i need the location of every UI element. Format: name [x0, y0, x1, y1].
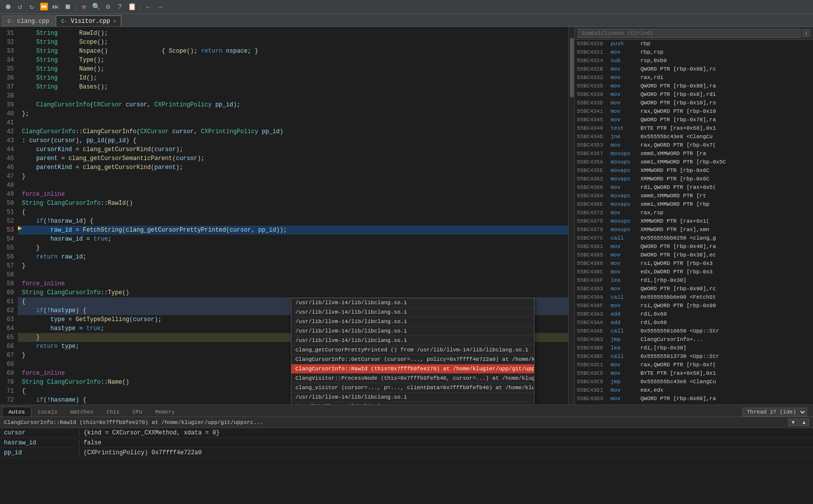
tab-visitor-cpp-icon: C· [61, 18, 68, 24]
callstack-item-4[interactable]: /usr/lib/llvm-14/lib/libclang.so.1 [291, 336, 534, 345]
toolbar-forward-icon[interactable]: → [155, 2, 165, 12]
disasm-row-35[interactable]: 55BC43B3 jmp ClangCursorInfo+... [575, 336, 813, 344]
disasm-row-34[interactable]: 55BC43AE call 0x555555816650 <Upp::Str [575, 327, 813, 336]
disasm-row-5[interactable]: 55BC4335 mov QWORD PTR [rbp-0x80],ra [575, 82, 813, 90]
disasm-mnem-11: jne [611, 133, 640, 141]
toolbar-step-in-icon[interactable]: ⏭ [51, 2, 61, 12]
disasm-row-24[interactable]: 55BC4381 mov QWORD PTR [rbp-0x40],ra [575, 243, 813, 251]
watch-row-2[interactable]: pp_id (CXPrintingPolicy) 0x7ffff4e722a0 [0, 448, 813, 458]
bottom-panel: Autos Locals Watches this CPU Memory Thr… [0, 405, 813, 504]
disasm-row-32[interactable]: 55BC43A3 add rdi,0x60 [575, 310, 813, 319]
disasm-sort-button[interactable]: ↕ [803, 29, 810, 37]
disasm-row-23[interactable]: 55BC437C call 0x555555bb6250 <clang_g [575, 234, 813, 243]
scroll-thumb[interactable] [570, 38, 574, 97]
callstack-item-3[interactable]: /usr/lib/llvm-14/lib/libclang.so.1 [291, 327, 534, 336]
callstack-item-2[interactable]: /usr/lib/llvm-14/lib/libclang.so.1 [291, 317, 534, 327]
watch-row-1[interactable]: hasraw_id false [0, 438, 813, 448]
disasm-row-25[interactable]: 55BC4385 mov DWORD PTR [rbp-0x38],ec [575, 251, 813, 259]
toolbar-step-over-icon[interactable]: ⏩ [39, 2, 49, 12]
callstack-nav-up[interactable]: ▼ [788, 419, 798, 426]
disasm-row-31[interactable]: 55BC439F mov rsi,QWORD PTR [rbp-0x90 [575, 302, 813, 310]
code-line-34: String Type(); [18, 56, 568, 65]
callstack-nav-down[interactable]: ▲ [799, 419, 809, 426]
disasm-row-22[interactable]: 55BC4379 movups XMMWORD PTR [rax],xmn [575, 226, 813, 234]
disasm-row-40[interactable]: 55BC43C9 jmp 0x555555bc43e8 <ClangCu [575, 378, 813, 386]
watch-row-0[interactable]: cursor {kind = CXCursor_CXXMethod, xdata… [0, 428, 813, 438]
callstack-item-6[interactable]: ClangCursorInfo::GetCursor (cursor=..., … [291, 355, 534, 364]
toolbar-redo-icon[interactable]: ↻ [27, 2, 37, 12]
disasm-row-42[interactable]: 55BC43D3 mov QWORD PTR [rbp-0x68],ra [575, 395, 813, 403]
disasm-row-33[interactable]: 55BC43AA add rdi,0x60 [575, 319, 813, 327]
disasm-row-0[interactable]: 55BC4320 push rbp [575, 40, 813, 48]
disasm-row-4[interactable]: 55BC4332 mov rax,rdi [575, 74, 813, 82]
toolbar-run-icon[interactable]: ⏺ [3, 2, 13, 12]
disasm-row-13[interactable]: 55BC4357 movups xmm0,XMMWORD PTR [ra [575, 150, 813, 158]
toolbar-settings-icon[interactable]: ⚙ [103, 2, 113, 12]
toolbar-undo-icon[interactable]: ↺ [15, 2, 25, 12]
disasm-row-14[interactable]: 55BC435A movups xmm1,XMMWORD PTR [rbp-0x… [575, 158, 813, 167]
toolbar-build-icon[interactable]: ⚒ [79, 2, 89, 12]
disasm-row-19[interactable]: 55BC436E movaps xmm1,XMMWORD PTR [rbp [575, 200, 813, 209]
disasm-row-18[interactable]: 55BC436A movaps xmm0,XMMWORD PTR [rt [575, 192, 813, 200]
toolbar-back-icon[interactable]: ← [143, 2, 153, 12]
disasm-row-21[interactable]: 55BC4375 movups XMMWORD PTR [rax+0x1( [575, 217, 813, 226]
toolbar-clipboard-icon[interactable]: 📋 [127, 2, 137, 12]
line-num-61: 61 [0, 297, 14, 306]
callstack-item-9[interactable]: clang_visitor (cursor=..., p=..., client… [291, 383, 534, 393]
callstack-item-8[interactable]: ClangVisitor::ProcessNode (this=0x7fffb9… [291, 374, 534, 383]
disasm-content[interactable]: 55BC4320 push rbp 55BC4321 mov rbp,rsp 5… [575, 40, 813, 405]
callstack-item-5[interactable]: clang_getCursorPrettyPrinted () from /us… [291, 345, 534, 355]
code-line-60: String ClangCursorInfo::Type() [18, 288, 568, 297]
callstack-item-11[interactable]: /usr/lib/llvm-14/lib/libclang.so.1 [291, 402, 534, 405]
disasm-row-26[interactable]: 55BC4388 mov rsi,QWORD PTR [rbp-0x3 [575, 259, 813, 268]
disasm-row-38[interactable]: 55BC43C1 mov rax,QWORD PTR [rbp-0x7( [575, 361, 813, 369]
disasm-row-1[interactable]: 55BC4321 mov rbp,rsp [575, 48, 813, 57]
disasm-addr-23: 55BC437C [577, 234, 611, 243]
disasm-row-8[interactable]: 55BC4341 mov rax,QWORD PTR [rbp-0x10 [575, 107, 813, 116]
disasm-row-6[interactable]: 55BC4339 mov QWORD PTR [rbp-0x8],rdi [575, 90, 813, 99]
tab-autos[interactable]: Autos [2, 407, 31, 417]
tab-locals[interactable]: Locals [31, 407, 64, 417]
callstack-item-7-selected[interactable]: ClangCursorInfo::RawId (this=0x7fffb9fee… [291, 364, 534, 374]
thread-select[interactable]: Thread 27 (ide) [742, 408, 807, 417]
disasm-row-30[interactable]: 55BC4399 call 0x555555bb6e00 <FetchSt [575, 293, 813, 302]
disasm-row-7[interactable]: 55BC433D mov QWORD PTR [rbp-0x10],rs [575, 99, 813, 107]
disasm-row-9[interactable]: 55BC4345 mov QWORD PTR [rbp-0x78],ra [575, 116, 813, 124]
callstack-item-1[interactable]: /usr/lib/llvm-14/lib/libclang.so.1 [291, 308, 534, 317]
disasm-row-37[interactable]: 55BC43BC call 0x555555813730 <Upp::Str [575, 352, 813, 361]
disasm-row-16[interactable]: 55BC4362 movaps XMMWORD PTR [rbp-0x6C [575, 175, 813, 183]
disasm-row-12[interactable]: 55BC4353 mov rax,QWORD PTR [rbp-0x7( [575, 141, 813, 150]
line-num-68: 68 [0, 360, 14, 369]
tab-this[interactable]: this [100, 407, 126, 417]
callstack-item-0[interactable]: /usr/lib/llvm-14/lib/libclang.so.1 [291, 298, 534, 308]
toolbar-help-icon[interactable]: ? [115, 2, 125, 12]
disasm-row-20[interactable]: 55BC4372 mov rax,rsp [575, 209, 813, 217]
tab-memory[interactable]: Memory [149, 407, 181, 417]
disasm-row-28[interactable]: 55BC438F lea rdi,[rbp-0x30] [575, 276, 813, 285]
disasm-row-29[interactable]: 55BC4393 mov QWORD PTR [rbp-0x90],rc [575, 285, 813, 293]
disasm-row-11[interactable]: 55BC434D jne 0x55555bc43e8 <ClangCu [575, 133, 813, 141]
disasm-row-39[interactable]: 55BC43C5 mov BYTE PTR [rax+0x58],0x1 [575, 369, 813, 378]
tab-cpu[interactable]: CPU [126, 407, 149, 417]
toolbar-stop-icon[interactable]: ⏹ [63, 2, 73, 12]
tab-clang-cpp[interactable]: C· clang.cpp [2, 15, 55, 26]
disasm-row-36[interactable]: 55BC43B8 lea rdi,[rbp-0x30] [575, 344, 813, 352]
callstack-item-10[interactable]: /usr/lib/llvm-14/lib/libclang.so.1 [291, 393, 534, 402]
disasm-ops-18: xmm0,XMMWORD PTR [rt [640, 192, 811, 200]
toolbar-search-icon[interactable]: 🔍 [91, 2, 101, 12]
tab-visitor-cpp-close[interactable]: ✕ [113, 18, 116, 24]
tab-watches[interactable]: Watches [64, 407, 100, 417]
disasm-row-41[interactable]: 55BC43D1 mov eax,edx [575, 386, 813, 395]
disasm-row-15[interactable]: 55BC435E movaps XMMWORD PTR [rbp-0x6C [575, 167, 813, 175]
editor-scrollbar[interactable] [568, 27, 574, 405]
disasm-row-3[interactable]: 55BC432B mov QWORD PTR [rbp-0x88],rc [575, 65, 813, 74]
disasm-row-2[interactable]: 55BC4324 sub rsp,0xb0 [575, 57, 813, 65]
disasm-addr-6: 55BC4339 [577, 90, 611, 99]
disasm-row-10[interactable]: 55BC4349 test BYTE PTR [rax+0x58],0x1 [575, 124, 813, 133]
disasm-row-17[interactable]: 55BC4366 mov rdi,QWORD PTR [rax+0x5( [575, 183, 813, 192]
disasm-ops-30: 0x555555bb6e00 <FetchSt [640, 293, 811, 302]
tab-visitor-cpp[interactable]: C· Visitor.cpp ✕ [56, 15, 121, 26]
disasm-search-input[interactable] [578, 29, 801, 38]
disasm-row-27[interactable]: 55BC438C mov edx,DWORD PTR [rbp-0x3 [575, 268, 813, 276]
code-editor[interactable]: 31 32 33 34 35 36 37 38 39 40 41 42 43 4… [0, 27, 568, 405]
